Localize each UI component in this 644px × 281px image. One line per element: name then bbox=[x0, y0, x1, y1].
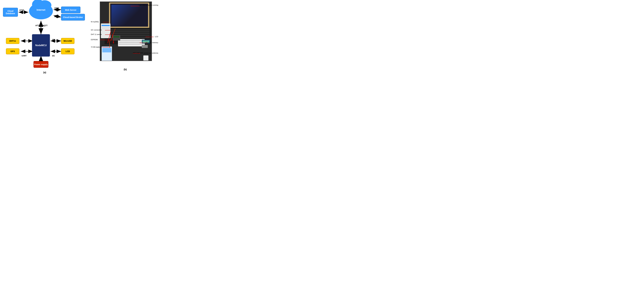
lcd-box: LCD bbox=[61, 48, 74, 54]
main-container: Cloud Database HTTP Internet HTTP MQTT W… bbox=[2, 1, 160, 73]
diagram-section: Cloud Database HTTP Internet HTTP MQTT W… bbox=[2, 1, 88, 73]
web-server-box: Web Server bbox=[61, 6, 80, 13]
annotation-labview: LabVIEW program running bbox=[139, 4, 158, 6]
diagram-canvas: Cloud Database HTTP Internet HTTP MQTT W… bbox=[2, 1, 88, 70]
label-http-left: HTTP bbox=[19, 9, 24, 11]
cloud-broker-box: Cloud-based Broker bbox=[61, 14, 85, 20]
label-i2c: I2C bbox=[52, 55, 55, 57]
microsd-box: MicroSD bbox=[61, 38, 74, 44]
annotation-i2c: I2C connection bbox=[91, 29, 102, 31]
annotation-microsd: MicroSD memory bbox=[146, 42, 158, 43]
power-supply-box: Power supply bbox=[34, 61, 48, 68]
label-mqtt-mid: MQTT bbox=[42, 24, 48, 27]
label-http-top-right: HTTP bbox=[54, 7, 59, 9]
label-mqtt-top-right: MQTT bbox=[54, 16, 60, 18]
nodemcu-box: NodeMCU bbox=[32, 34, 50, 56]
annotation-dht11: DHT 11 sensor bbox=[91, 33, 102, 35]
annotation-lcd: LCD bbox=[155, 36, 158, 37]
annotation-neo6m: NEO-6M GPS sensor and antenna bbox=[133, 52, 158, 54]
diagram-figure-label: (a) bbox=[2, 71, 88, 74]
annotation-esp8266: ESP8266 bbox=[91, 39, 98, 40]
gps-box: GPS bbox=[6, 48, 19, 54]
label-http-mid: HTTP bbox=[36, 24, 40, 27]
cloud-database-box: Cloud Database bbox=[3, 8, 18, 17]
annotation-battery: 72 Wh battery bbox=[91, 46, 101, 48]
dht11-box: DHT11 bbox=[6, 38, 19, 44]
photo-section: LabVIEW program running NI myDAQ I2C con… bbox=[91, 1, 160, 73]
photo-container: LabVIEW program running NI myDAQ I2C con… bbox=[91, 1, 160, 67]
label-spi: SPI bbox=[52, 39, 55, 41]
photo-figure-label: (b) bbox=[91, 68, 160, 71]
internet-label: Internet bbox=[32, 9, 50, 11]
label-uart: UART bbox=[22, 55, 26, 57]
annotation-ni-mydaq: NI myDAQ bbox=[91, 21, 99, 23]
